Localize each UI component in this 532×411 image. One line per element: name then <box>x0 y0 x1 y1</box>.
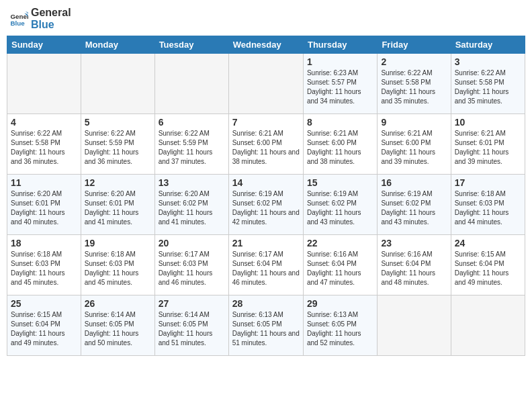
calendar-cell: 5Sunrise: 6:22 AMSunset: 5:59 PMDaylight… <box>81 114 154 175</box>
day-info: Sunrise: 6:13 AMSunset: 6:05 PMDaylight:… <box>232 310 300 348</box>
day-info: Sunrise: 6:14 AMSunset: 6:05 PMDaylight:… <box>159 310 225 348</box>
day-info: Sunrise: 6:17 AMSunset: 6:04 PMDaylight:… <box>232 250 300 287</box>
calendar-cell: 27Sunrise: 6:14 AMSunset: 6:05 PMDayligh… <box>154 295 228 356</box>
day-number: 5 <box>85 117 151 128</box>
calendar-cell: 19Sunrise: 6:18 AMSunset: 6:03 PMDayligh… <box>81 235 154 295</box>
weekday-header: Saturday <box>451 36 525 54</box>
calendar-cell: 7Sunrise: 6:21 AMSunset: 6:00 PMDaylight… <box>228 114 303 175</box>
day-info: Sunrise: 6:16 AMSunset: 6:04 PMDaylight:… <box>307 250 373 287</box>
day-number: 21 <box>232 238 300 248</box>
day-number: 6 <box>159 117 225 128</box>
calendar-cell: 28Sunrise: 6:13 AMSunset: 6:05 PMDayligh… <box>228 295 303 356</box>
calendar-cell: 20Sunrise: 6:17 AMSunset: 6:03 PMDayligh… <box>154 235 228 295</box>
calendar-cell: 22Sunrise: 6:16 AMSunset: 6:04 PMDayligh… <box>303 235 377 295</box>
day-number: 2 <box>381 56 447 67</box>
day-info: Sunrise: 6:18 AMSunset: 6:03 PMDaylight:… <box>11 250 77 287</box>
calendar-cell: 18Sunrise: 6:18 AMSunset: 6:03 PMDayligh… <box>7 235 81 295</box>
calendar-cell: 26Sunrise: 6:14 AMSunset: 6:05 PMDayligh… <box>81 295 154 356</box>
calendar-cell: 8Sunrise: 6:21 AMSunset: 6:00 PMDaylight… <box>303 114 377 175</box>
svg-text:Blue: Blue <box>10 19 25 26</box>
day-number: 11 <box>11 177 77 188</box>
day-number: 8 <box>307 117 373 128</box>
day-number: 16 <box>381 177 447 188</box>
day-number: 29 <box>307 298 373 309</box>
day-info: Sunrise: 6:23 AMSunset: 5:57 PMDaylight:… <box>307 68 373 106</box>
weekday-header: Sunday <box>7 36 81 54</box>
calendar-cell: 10Sunrise: 6:21 AMSunset: 6:01 PMDayligh… <box>451 114 525 175</box>
calendar-cell: 16Sunrise: 6:19 AMSunset: 6:02 PMDayligh… <box>378 175 451 235</box>
calendar-cell: 15Sunrise: 6:19 AMSunset: 6:02 PMDayligh… <box>303 175 377 235</box>
weekday-header: Friday <box>378 36 451 54</box>
day-info: Sunrise: 6:21 AMSunset: 6:00 PMDaylight:… <box>381 129 447 167</box>
day-number: 19 <box>85 238 151 248</box>
logo: General Blue General Blue <box>9 7 71 30</box>
day-info: Sunrise: 6:20 AMSunset: 6:01 PMDaylight:… <box>11 189 77 227</box>
calendar-cell <box>154 54 228 114</box>
calendar-cell <box>7 54 81 114</box>
calendar-cell: 12Sunrise: 6:20 AMSunset: 6:01 PMDayligh… <box>81 175 154 235</box>
calendar-cell: 13Sunrise: 6:20 AMSunset: 6:02 PMDayligh… <box>154 175 228 235</box>
day-number: 14 <box>232 177 300 188</box>
calendar-cell: 11Sunrise: 6:20 AMSunset: 6:01 PMDayligh… <box>7 175 81 235</box>
weekday-header: Thursday <box>303 36 377 54</box>
day-number: 4 <box>11 117 77 128</box>
day-info: Sunrise: 6:22 AMSunset: 5:59 PMDaylight:… <box>159 129 225 167</box>
logo-icon: General Blue <box>9 9 28 28</box>
day-number: 13 <box>159 177 225 188</box>
day-number: 10 <box>455 117 521 128</box>
day-info: Sunrise: 6:22 AMSunset: 5:58 PMDaylight:… <box>455 68 521 106</box>
day-number: 27 <box>159 298 225 309</box>
weekday-header: Monday <box>81 36 154 54</box>
calendar-body: 1Sunrise: 6:23 AMSunset: 5:57 PMDaylight… <box>7 54 525 356</box>
day-info: Sunrise: 6:15 AMSunset: 6:04 PMDaylight:… <box>11 310 77 348</box>
day-number: 18 <box>11 238 77 248</box>
day-info: Sunrise: 6:14 AMSunset: 6:05 PMDaylight:… <box>85 310 151 348</box>
page-header: General Blue General Blue <box>7 7 525 30</box>
calendar-week-row: 1Sunrise: 6:23 AMSunset: 5:57 PMDaylight… <box>7 54 525 114</box>
calendar-cell: 25Sunrise: 6:15 AMSunset: 6:04 PMDayligh… <box>7 295 81 356</box>
calendar-cell: 6Sunrise: 6:22 AMSunset: 5:59 PMDaylight… <box>154 114 228 175</box>
day-info: Sunrise: 6:22 AMSunset: 5:58 PMDaylight:… <box>381 68 447 106</box>
day-info: Sunrise: 6:22 AMSunset: 5:59 PMDaylight:… <box>85 129 151 167</box>
day-info: Sunrise: 6:15 AMSunset: 6:04 PMDaylight:… <box>455 250 521 287</box>
day-number: 24 <box>455 238 521 248</box>
day-number: 20 <box>159 238 225 248</box>
calendar-cell: 9Sunrise: 6:21 AMSunset: 6:00 PMDaylight… <box>378 114 451 175</box>
day-number: 9 <box>381 117 447 128</box>
day-info: Sunrise: 6:21 AMSunset: 6:00 PMDaylight:… <box>307 129 373 167</box>
calendar-cell <box>451 295 525 356</box>
calendar-week-row: 11Sunrise: 6:20 AMSunset: 6:01 PMDayligh… <box>7 175 525 235</box>
calendar-cell: 14Sunrise: 6:19 AMSunset: 6:02 PMDayligh… <box>228 175 303 235</box>
day-number: 26 <box>85 298 151 309</box>
day-number: 12 <box>85 177 151 188</box>
weekday-header: Tuesday <box>154 36 228 54</box>
day-info: Sunrise: 6:19 AMSunset: 6:02 PMDaylight:… <box>232 189 300 227</box>
calendar-cell: 3Sunrise: 6:22 AMSunset: 5:58 PMDaylight… <box>451 54 525 114</box>
day-info: Sunrise: 6:19 AMSunset: 6:02 PMDaylight:… <box>381 189 447 227</box>
day-info: Sunrise: 6:19 AMSunset: 6:02 PMDaylight:… <box>307 189 373 227</box>
calendar-cell: 23Sunrise: 6:16 AMSunset: 6:04 PMDayligh… <box>378 235 451 295</box>
day-number: 22 <box>307 238 373 248</box>
day-number: 17 <box>455 177 521 188</box>
day-number: 28 <box>232 298 300 309</box>
calendar-cell <box>378 295 451 356</box>
calendar-cell: 4Sunrise: 6:22 AMSunset: 5:58 PMDaylight… <box>7 114 81 175</box>
day-info: Sunrise: 6:18 AMSunset: 6:03 PMDaylight:… <box>455 189 521 227</box>
day-info: Sunrise: 6:17 AMSunset: 6:03 PMDaylight:… <box>159 250 225 287</box>
calendar-cell: 17Sunrise: 6:18 AMSunset: 6:03 PMDayligh… <box>451 175 525 235</box>
day-info: Sunrise: 6:18 AMSunset: 6:03 PMDaylight:… <box>85 250 151 287</box>
day-number: 7 <box>232 117 300 128</box>
calendar-cell: 1Sunrise: 6:23 AMSunset: 5:57 PMDaylight… <box>303 54 377 114</box>
day-info: Sunrise: 6:22 AMSunset: 5:58 PMDaylight:… <box>11 129 77 167</box>
day-number: 15 <box>307 177 373 188</box>
calendar-cell: 21Sunrise: 6:17 AMSunset: 6:04 PMDayligh… <box>228 235 303 295</box>
header-row: SundayMondayTuesdayWednesdayThursdayFrid… <box>7 36 525 54</box>
day-info: Sunrise: 6:13 AMSunset: 6:05 PMDaylight:… <box>307 310 373 348</box>
calendar-header: SundayMondayTuesdayWednesdayThursdayFrid… <box>7 36 525 54</box>
calendar-cell <box>228 54 303 114</box>
day-number: 25 <box>11 298 77 309</box>
calendar-cell: 29Sunrise: 6:13 AMSunset: 6:05 PMDayligh… <box>303 295 377 356</box>
day-number: 3 <box>455 56 521 67</box>
day-number: 23 <box>381 238 447 248</box>
calendar-week-row: 4Sunrise: 6:22 AMSunset: 5:58 PMDaylight… <box>7 114 525 175</box>
